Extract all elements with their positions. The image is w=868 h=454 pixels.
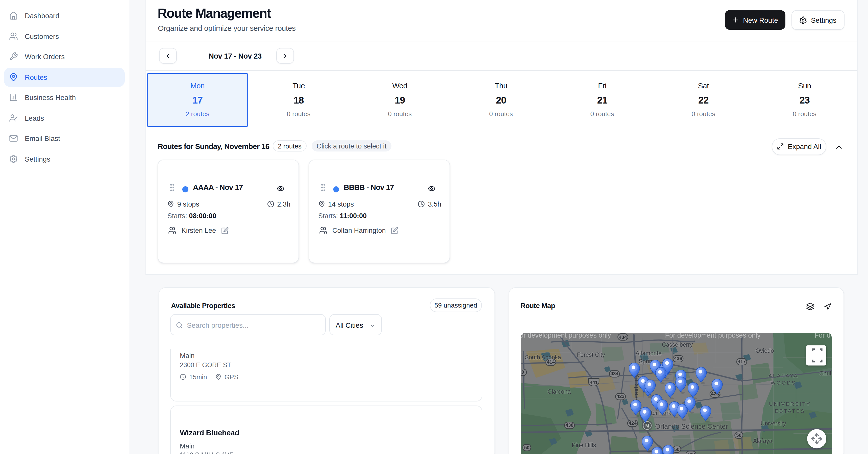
svg-text:Orlando Science Center: Orlando Science Center [655,423,728,430]
svg-text:Clarcona: Clarcona [548,388,571,395]
svg-text:University: University [761,420,786,427]
svg-text:Oviedo: Oviedo [755,348,774,354]
svg-text:408: 408 [687,452,695,454]
svg-text:For development purposes only: For development purposes only [814,333,832,339]
svg-text:50: 50 [674,447,679,452]
svg-text:ALAFAYA: ALAFAYA [769,373,798,379]
svg-text:414: 414 [547,359,555,365]
svg-text:50: 50 [736,433,742,438]
svg-text:441: 441 [590,380,598,385]
svg-text:Casselberry: Casselberry [662,342,693,348]
svg-text:Chuluota: Chuluota [819,370,832,377]
svg-text:436: 436 [674,356,682,361]
svg-text:438: 438 [565,422,574,428]
svg-text:ESTATES: ESTATES [775,408,805,414]
svg-text:Altamonte: Altamonte [636,350,662,357]
svg-text:Forest City: Forest City [577,352,605,358]
svg-text:424: 424 [628,420,637,426]
svg-text:417: 417 [738,359,746,364]
svg-text:50: 50 [524,445,529,451]
svg-text:UNIVERSITY: UNIVERSITY [769,401,811,407]
svg-text:South Apopka: South Apopka [525,354,561,361]
svg-text:WOODS: WOODS [771,380,796,386]
svg-text:Pine Hills: Pine Hills [572,442,596,449]
svg-text:For development purposes only: For development purposes only [521,333,611,339]
svg-text:M: M [645,423,649,428]
svg-text:Alafaya: Alafaya [753,437,773,444]
svg-text:434: 434 [611,371,619,376]
svg-text:423: 423 [617,394,624,399]
svg-text:434: 434 [619,335,627,340]
svg-text:For development purposes only: For development purposes only [665,333,761,339]
svg-text:29: 29 [521,369,524,375]
